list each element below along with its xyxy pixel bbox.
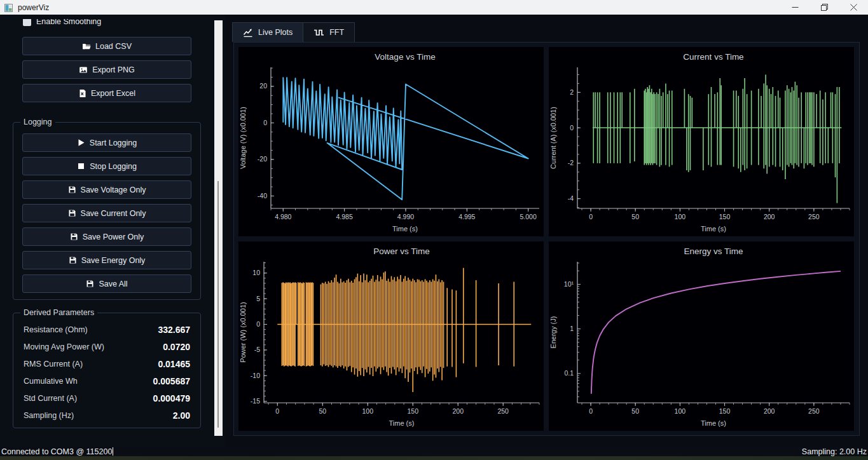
- derived-parameters-group: Derived Parameters Resistance (Ohm) 332.…: [13, 313, 201, 428]
- export-excel-button[interactable]: Export Excel: [22, 84, 191, 102]
- excel-file-icon: [78, 89, 86, 98]
- svg-text:-2: -2: [568, 159, 574, 166]
- svg-text:0: 0: [589, 407, 593, 415]
- svg-text:100: 100: [675, 213, 686, 220]
- enable-smoothing-checkbox[interactable]: Enable Smoothing: [23, 19, 201, 27]
- sidebar-scrollbar-thumb[interactable]: [217, 181, 219, 428]
- svg-text:250: 250: [808, 407, 820, 415]
- svg-text:-10: -10: [251, 372, 260, 379]
- sampling-rate-status: Sampling: 2.00 Hz: [802, 447, 867, 456]
- svg-text:10: 10: [252, 269, 260, 276]
- std-current-value: 0.000479: [153, 393, 190, 403]
- svg-text:4.980: 4.980: [275, 213, 291, 220]
- logging-group-title: Logging: [20, 118, 55, 126]
- floppy-icon: [70, 233, 78, 241]
- energy-time-chart: 05010015020025010¹10.1Energy vs TimeTime…: [549, 241, 854, 431]
- svg-text:-15: -15: [251, 397, 260, 405]
- title-bar: powerViz: [0, 0, 868, 15]
- svg-text:4.995: 4.995: [458, 213, 475, 220]
- std-current-row: Std Current (A) 0.000479: [24, 389, 190, 407]
- svg-text:-4: -4: [568, 194, 574, 202]
- plots-container: 4.9804.9854.9904.9955.000200-20-40Voltag…: [233, 42, 860, 436]
- svg-text:Energy (J): Energy (J): [549, 316, 557, 349]
- svg-text:5: 5: [256, 295, 260, 302]
- enable-smoothing-label: Enable Smoothing: [36, 19, 101, 26]
- tab-fft[interactable]: FFT: [303, 22, 355, 42]
- svg-text:1: 1: [570, 325, 574, 332]
- svg-text:0: 0: [275, 407, 279, 415]
- svg-text:0.1: 0.1: [564, 369, 574, 377]
- svg-text:50: 50: [319, 407, 326, 415]
- resistance-row: Resistance (Ohm) 332.667: [24, 321, 190, 338]
- stop-icon: [77, 162, 85, 170]
- floppy-icon: [69, 256, 77, 264]
- connection-status: Connected to COM3 @ 115200: [1, 447, 112, 456]
- app-icon: [4, 3, 13, 11]
- derived-parameters-title: Derived Parameters: [20, 308, 97, 317]
- save-voltage-only-button[interactable]: Save Voltage Only: [22, 180, 191, 199]
- svg-text:100: 100: [675, 407, 686, 415]
- minimize-button[interactable]: [780, 0, 809, 15]
- svg-text:10¹: 10¹: [564, 280, 574, 288]
- svg-text:2: 2: [570, 88, 574, 96]
- export-png-button[interactable]: Export PNG: [22, 60, 191, 79]
- svg-text:Current (A) (x0.001): Current (A) (x0.001): [549, 107, 557, 169]
- window-title: powerViz: [18, 3, 49, 12]
- save-all-button[interactable]: Save All: [22, 274, 191, 293]
- image-icon: [79, 65, 88, 74]
- cumulative-wh-value: 0.005687: [153, 376, 190, 386]
- floppy-icon: [68, 186, 76, 194]
- svg-text:Energy vs Time: Energy vs Time: [684, 247, 743, 256]
- moving-avg-power-value: 0.0720: [163, 342, 190, 352]
- sidebar-scrollbar[interactable]: [214, 20, 223, 436]
- svg-text:Voltage vs Time: Voltage vs Time: [375, 52, 435, 62]
- sidebar: Enable Smoothing Load CSV Export PNG Exp…: [0, 15, 224, 447]
- svg-text:200: 200: [764, 407, 775, 415]
- svg-text:150: 150: [719, 407, 731, 415]
- sidebar-scroll-area: Enable Smoothing Load CSV Export PNG Exp…: [0, 19, 214, 438]
- rms-current-row: RMS Current (A) 0.01465: [24, 355, 190, 372]
- text-cursor: [113, 447, 113, 456]
- moving-avg-power-row: Moving Avg Power (W) 0.0720: [24, 338, 190, 355]
- close-button[interactable]: [839, 0, 868, 15]
- tab-bar: Live Plots FFT: [232, 22, 355, 42]
- save-energy-only-button[interactable]: Save Energy Only: [22, 251, 191, 269]
- svg-text:250: 250: [497, 407, 509, 415]
- svg-text:-40: -40: [258, 192, 267, 200]
- svg-text:200: 200: [452, 407, 464, 415]
- restore-button[interactable]: [809, 0, 839, 15]
- svg-text:50: 50: [631, 407, 639, 415]
- sampling-value: 2.00: [173, 410, 190, 421]
- svg-text:Time (s): Time (s): [701, 419, 726, 427]
- start-logging-button[interactable]: Start Logging: [22, 133, 191, 152]
- voltage-time-chart: 4.9804.9854.9904.9955.000200-20-40Voltag…: [238, 47, 544, 236]
- stop-logging-button[interactable]: Stop Logging: [22, 157, 191, 175]
- svg-text:0: 0: [570, 124, 574, 132]
- checkbox-icon: [23, 19, 31, 26]
- svg-text:0: 0: [589, 213, 593, 220]
- tab-live-plots[interactable]: Live Plots: [232, 22, 303, 42]
- floppy-icon: [68, 209, 76, 217]
- svg-text:250: 250: [808, 213, 820, 220]
- svg-text:0: 0: [263, 119, 267, 126]
- status-bar: Connected to COM3 @ 115200 Sampling: 2.0…: [0, 447, 868, 456]
- svg-text:5.000: 5.000: [520, 213, 537, 220]
- svg-text:100: 100: [362, 407, 373, 415]
- main-area: Live Plots FFT 4.9804.9854.9904.9955.000…: [224, 15, 868, 447]
- cumulative-wh-row: Cumulative Wh 0.005687: [24, 372, 190, 389]
- svg-text:50: 50: [631, 213, 639, 220]
- save-current-only-button[interactable]: Save Current Only: [22, 204, 191, 222]
- play-icon: [77, 139, 85, 147]
- svg-text:Time (s): Time (s): [392, 225, 418, 233]
- load-csv-button[interactable]: Load CSV: [22, 37, 191, 55]
- svg-text:Power vs Time: Power vs Time: [373, 247, 430, 256]
- svg-text:Power (W) (x0.001): Power (W) (x0.001): [239, 302, 247, 362]
- svg-text:150: 150: [407, 407, 418, 415]
- floppy-icon: [86, 280, 94, 288]
- logging-group: Logging Start Logging Stop Logging Save …: [13, 122, 201, 300]
- save-power-only-button[interactable]: Save Power Only: [22, 227, 191, 246]
- svg-text:Time (s): Time (s): [701, 225, 726, 233]
- app-window: Enable Smoothing Load CSV Export PNG Exp…: [0, 15, 868, 447]
- svg-text:4.985: 4.985: [336, 213, 352, 220]
- current-time-chart: 05010015020025020-2-4Current vs TimeTime…: [549, 47, 854, 236]
